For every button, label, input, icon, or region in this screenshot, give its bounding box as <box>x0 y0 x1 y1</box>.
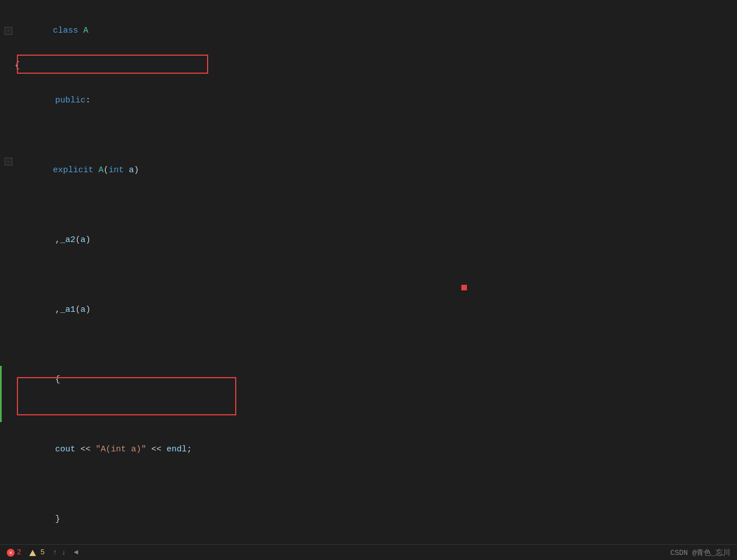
nav-arrow[interactable]: ◄ <box>74 548 78 557</box>
line-content: explicit A(int a) <box>12 127 737 196</box>
fold-button[interactable]: - <box>5 158 12 165</box>
error-icon: ✕ <box>7 549 15 557</box>
type-name: A <box>83 26 88 35</box>
code-container: - class A { public: - explicit A(int a) <box>0 0 737 544</box>
editor-area: - class A { public: - explicit A(int a) <box>0 0 737 544</box>
string-literal: "A(int a)" <box>96 445 146 454</box>
code-line: - explicit A(int a) <box>0 127 737 196</box>
endl: endl <box>167 445 187 454</box>
line-content: } <box>15 476 737 544</box>
code-line: ,_a1(a) <box>0 266 737 336</box>
line-content: ,_a1(a) <box>15 266 737 336</box>
arrow-down[interactable]: ↓ <box>61 548 66 557</box>
line-content: { <box>15 336 737 406</box>
code-line: { <box>0 336 737 406</box>
parameter: a <box>80 305 86 315</box>
keyword: class <box>53 26 83 35</box>
type-name: A <box>98 165 104 175</box>
code-line: - class A <box>0 5 737 57</box>
arrow-left: ◄ <box>74 548 78 557</box>
line-content: { <box>15 57 737 74</box>
status-bar: ✕ 2 5 ↑ ↓ ◄ CSDN @青色_忘川 <box>0 544 737 560</box>
warning-icon <box>29 550 36 556</box>
code-line: public: <box>0 74 737 127</box>
code-line: { <box>0 57 737 74</box>
line-content: ,_a2(a) <box>15 196 737 266</box>
fold-button[interactable]: - <box>5 27 12 35</box>
parameter: a <box>80 235 86 245</box>
code-line: ,_a2(a) <box>0 196 737 266</box>
code-line: cout << "A(int a)" << endl; <box>0 406 737 476</box>
keyword: int <box>109 165 129 175</box>
warning-count[interactable]: 5 <box>29 548 45 557</box>
member-init: _a1 <box>60 305 75 315</box>
line-content: cout << "A(int a)" << endl; <box>15 406 737 476</box>
keyword: explicit <box>53 165 98 175</box>
line-content: class A <box>12 5 737 57</box>
arrow-up[interactable]: ↑ <box>53 548 57 557</box>
access-specifier: public <box>55 96 86 105</box>
navigation-arrows: ↑ ↓ <box>53 548 66 557</box>
stream-obj: cout <box>55 445 75 454</box>
red-dot <box>461 285 467 290</box>
error-count[interactable]: ✕ 2 <box>7 548 21 557</box>
error-number: 2 <box>17 548 21 557</box>
line-content: public: <box>15 74 737 127</box>
warning-number: 5 <box>41 548 45 557</box>
member-init: _a2 <box>60 235 75 245</box>
parameter: a <box>129 165 134 175</box>
attribution: CSDN @青色_忘川 <box>670 548 730 558</box>
code-line: } <box>0 476 737 544</box>
status-left: ✕ 2 5 ↑ ↓ ◄ <box>7 548 78 557</box>
